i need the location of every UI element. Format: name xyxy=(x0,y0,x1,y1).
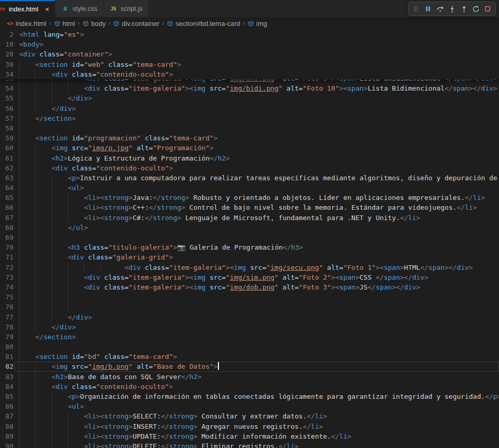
file-link[interactable]: img/b.png xyxy=(92,363,128,370)
line-number[interactable]: 75 xyxy=(0,292,13,302)
code-line-62[interactable]: 62<div class="contenido-oculto"> xyxy=(0,163,499,173)
sticky-line-2[interactable]: 2<html lang="es"> xyxy=(0,30,499,39)
code-line-80[interactable]: 80 xyxy=(0,342,499,352)
line-number[interactable]: 81 xyxy=(0,352,13,362)
code-line-61[interactable]: 61<h2>Lógica y Estructura de Programació… xyxy=(0,153,499,163)
file-link[interactable]: img/bidi.png xyxy=(230,84,278,92)
line-number[interactable]: 78 xyxy=(0,322,13,332)
code-line-58[interactable]: 58 xyxy=(0,123,499,133)
code-line-78[interactable]: 78</div> xyxy=(0,322,499,332)
code-editor[interactable]: 53<div class="item-galeria"><img src="im… xyxy=(0,30,499,448)
line-number[interactable]: 85 xyxy=(0,392,13,401)
code-line-89[interactable]: 89<li><strong>UPDATE:</strong> Modificar… xyxy=(0,431,499,441)
code-line-84[interactable]: 84<div class="contenido-oculto"> xyxy=(0,382,499,392)
code-line-67[interactable]: 67<li><strong>C#:</strong> Lenguaje de M… xyxy=(0,213,499,223)
code-line-64[interactable]: 64<ul> xyxy=(0,183,499,193)
code-line-81[interactable]: 81<section id="bd" class="tema-card"> xyxy=(0,352,499,362)
code-line-63[interactable]: 63<p>Instruir a una computadora para rea… xyxy=(0,173,499,183)
line-number[interactable]: 76 xyxy=(0,302,13,312)
code-line-77[interactable]: 77</div> xyxy=(0,312,499,322)
code-line-74[interactable]: 74<div class="item-galeria"><img src="im… xyxy=(0,282,499,292)
line-number[interactable]: 58 xyxy=(0,123,13,133)
line-number[interactable]: 63 xyxy=(0,173,13,183)
line-number[interactable]: 60 xyxy=(0,143,13,153)
line-number[interactable]: 67 xyxy=(0,213,13,223)
code-line-72[interactable]: 72<div class="item-galeria"><img src="im… xyxy=(0,263,499,272)
line-number[interactable]: 28 xyxy=(0,49,13,59)
line-number[interactable]: 84 xyxy=(0,382,13,392)
step-into-button[interactable] xyxy=(446,3,458,15)
line-number[interactable]: 57 xyxy=(0,113,13,123)
line-number[interactable]: 64 xyxy=(0,183,13,193)
line-number[interactable]: 69 xyxy=(0,233,13,242)
line-number[interactable]: 89 xyxy=(0,431,13,441)
line-number[interactable]: 77 xyxy=(0,312,13,322)
code-line-90[interactable]: 90<li><strong>DELETE:</strong> Eliminar … xyxy=(0,441,499,448)
pause-button[interactable] xyxy=(422,3,434,15)
breadcrumb-item-section-bd-tema-card[interactable]: section#bd.tema-card xyxy=(167,20,240,27)
code-line-75[interactable]: 75 xyxy=(0,292,499,302)
code-line-65[interactable]: 65<li><strong>Java:</strong> Robusto y o… xyxy=(0,193,499,203)
tab-script.js[interactable]: JSscript.js xyxy=(104,0,148,17)
code-line-59[interactable]: 59<section id="programacion" class="tema… xyxy=(0,133,499,143)
line-number[interactable]: 62 xyxy=(0,163,13,173)
tab-index.html[interactable]: <>index.html× xyxy=(0,0,55,17)
code-line-57[interactable]: 57</section> xyxy=(0,113,499,123)
code-line-83[interactable]: 83<h2>Base de datos con SQL Server</h2> xyxy=(0,372,499,382)
code-line-55[interactable]: 55</div> xyxy=(0,93,499,103)
code-line-76[interactable]: 76 xyxy=(0,302,499,312)
line-number[interactable]: 72 xyxy=(0,263,13,272)
sticky-line-10[interactable]: 10<body> xyxy=(0,39,499,49)
code-line-86[interactable]: 86<ul> xyxy=(0,401,499,411)
code-line-68[interactable]: 68</ul> xyxy=(0,223,499,233)
code-line-79[interactable]: 79</section> xyxy=(0,332,499,342)
breadcrumb-item-body[interactable]: body xyxy=(82,20,106,27)
code-line-60[interactable]: 60<img src="img/p.jpg" alt="Programación… xyxy=(0,143,499,153)
file-link[interactable]: img/dob.png xyxy=(230,283,274,291)
sticky-line-28[interactable]: 28<div class="container"> xyxy=(0,49,499,59)
line-number[interactable]: 56 xyxy=(0,104,13,113)
breadcrumb-item-div-container[interactable]: div.container xyxy=(113,20,159,27)
restart-button[interactable] xyxy=(470,3,481,15)
code-line-87[interactable]: 87<li><strong>SELECT:</strong> Consultar… xyxy=(0,411,499,421)
line-number[interactable]: 79 xyxy=(0,332,13,342)
code-line-71[interactable]: 71<div class="galeria-grid"> xyxy=(0,252,499,262)
code-line-70[interactable]: 70<h3 class="titulo-galeria">📷 Galería d… xyxy=(0,242,499,252)
code-line-88[interactable]: 88<li><strong>INSERT:</strong> Agregar n… xyxy=(0,422,499,431)
line-number[interactable]: 86 xyxy=(0,401,13,411)
stop-button[interactable] xyxy=(482,3,493,15)
line-number[interactable]: 30 xyxy=(0,60,13,69)
line-number[interactable]: 87 xyxy=(0,411,13,421)
file-link[interactable]: img/sim.png xyxy=(230,273,274,281)
line-number[interactable]: 54 xyxy=(0,83,13,93)
line-number[interactable]: 65 xyxy=(0,193,13,203)
code-line-66[interactable]: 66<li><strong>C++:</strong> Control de b… xyxy=(0,203,499,212)
code-line-56[interactable]: 56</div> xyxy=(0,104,499,113)
line-number[interactable]: 80 xyxy=(0,342,13,352)
line-number[interactable]: 90 xyxy=(0,441,13,448)
drag-handle-icon[interactable] xyxy=(410,3,422,15)
line-number[interactable]: 59 xyxy=(0,133,13,143)
code-line-69[interactable]: 69 xyxy=(0,233,499,242)
breadcrumb-item-html[interactable]: html xyxy=(54,20,76,27)
code-line-82[interactable]: 82<img src="img/b.png" alt="Base de Dato… xyxy=(0,362,499,371)
tab-style.css[interactable]: #style.css xyxy=(55,0,103,17)
line-number[interactable]: 74 xyxy=(0,282,13,292)
line-number[interactable]: 68 xyxy=(0,223,13,233)
code-line-85[interactable]: 85<p>Organización de información en tabl… xyxy=(0,392,499,401)
line-number[interactable]: 55 xyxy=(0,93,13,103)
step-out-button[interactable] xyxy=(458,3,469,15)
breadcrumb-item-img[interactable]: img xyxy=(247,20,267,27)
line-number[interactable]: 70 xyxy=(0,242,13,252)
file-link[interactable]: img/p.jpg xyxy=(92,144,128,152)
close-icon[interactable]: × xyxy=(45,6,49,13)
line-number[interactable]: 71 xyxy=(0,252,13,262)
line-number[interactable]: 2 xyxy=(0,30,13,39)
line-number[interactable]: 82 xyxy=(0,362,13,371)
sticky-line-30[interactable]: 30<section id="web" class="tema-card"> xyxy=(0,60,499,69)
code-line-54[interactable]: 54<div class="item-galeria"><img src="im… xyxy=(0,83,499,93)
line-number[interactable]: 34 xyxy=(0,69,13,79)
line-number[interactable]: 88 xyxy=(0,422,13,431)
line-number[interactable]: 10 xyxy=(0,39,13,49)
sticky-line-34[interactable]: 34<div class="contenido-oculto"> xyxy=(0,69,499,79)
